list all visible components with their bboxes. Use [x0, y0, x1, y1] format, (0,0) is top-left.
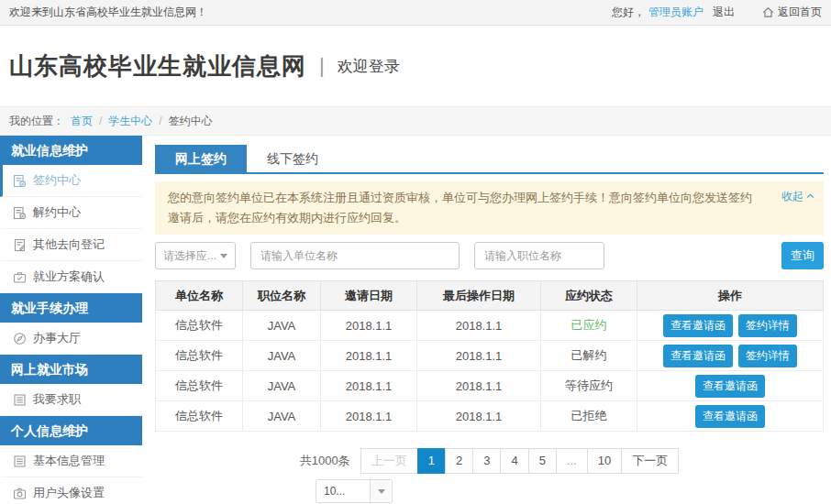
position-name-input[interactable]: [474, 242, 604, 269]
reply-status-select-value: 请选择应...: [163, 248, 216, 264]
cell-status: 已应约: [541, 311, 637, 341]
cell-last-date: 2018.1.1: [417, 371, 541, 401]
breadcrumb-item-0[interactable]: 首页: [71, 114, 93, 129]
view-invitation-button[interactable]: 查看邀请函: [663, 345, 733, 367]
doc-pen-icon: [13, 238, 27, 252]
topbar: 欢迎来到山东省高校毕业生就业信息网！ 您好， 管理员账户 退出 返回首页: [0, 0, 831, 26]
filter-bar: 请选择应... 查询: [155, 242, 824, 269]
contract-seal-icon: [13, 206, 27, 220]
page-button-2[interactable]: 2: [445, 448, 473, 474]
main-content: 网上签约线下签约 收起 您的意向签约单位已在本系统注册且通过资质审核，单位可与您…: [155, 136, 824, 503]
breadcrumb-label: 我的位置：: [9, 114, 64, 129]
cell-invite-date: 2018.1.1: [321, 371, 417, 401]
cell-company: 信总软件: [156, 371, 243, 401]
sidebar-item-label: 基本信息管理: [33, 453, 105, 469]
page-ellipsis: ...: [556, 448, 588, 474]
sidebar-item-label: 签约中心: [33, 172, 81, 189]
company-name-input[interactable]: [250, 242, 460, 269]
table-row: 信总软件JAVA2018.1.12018.1.1已解约查看邀请函签约详情: [156, 341, 824, 371]
cell-last-date: 2018.1.1: [417, 311, 541, 341]
total-count: 共1000条: [300, 453, 350, 469]
breadcrumb: 我的位置： 首页/学生中心/签约中心: [0, 106, 831, 136]
cell-company: 信总软件: [156, 341, 243, 371]
cell-invite-date: 2018.1.1: [321, 401, 417, 432]
sidebar-section-title-2: 网上就业市场: [0, 355, 142, 384]
account-link[interactable]: 管理员账户: [648, 5, 704, 20]
tab-offline-sign[interactable]: 线下签约: [247, 145, 338, 172]
page-button-10[interactable]: 10: [587, 448, 622, 474]
sidebar-item-cancel-center[interactable]: 解约中心: [0, 197, 142, 229]
cell-position: JAVA: [243, 341, 321, 371]
search-button[interactable]: 查询: [781, 242, 824, 269]
page-button-1[interactable]: 1: [417, 448, 446, 474]
tab-bar: 网上签约线下签约: [155, 145, 824, 174]
page-size-row: 10...: [155, 479, 824, 503]
breadcrumb-item-1[interactable]: 学生中心: [108, 114, 152, 129]
logout-link[interactable]: 退出: [713, 5, 735, 20]
home-icon: [762, 6, 774, 18]
home-link-label: 返回首页: [778, 5, 822, 20]
view-invitation-button[interactable]: 查看邀请函: [695, 375, 765, 398]
column-header-2: 邀请日期: [321, 281, 417, 311]
welcome-text: 欢迎来到山东省高校毕业生就业信息网！: [9, 5, 207, 20]
cell-invite-date: 2018.1.1: [321, 311, 417, 341]
sidebar-item-avatar-setting[interactable]: 用户头像设置: [0, 477, 142, 504]
page-button-4[interactable]: 4: [500, 448, 528, 474]
cell-actions: 查看邀请函: [637, 371, 824, 401]
sidebar-item-label: 我要求职: [33, 391, 81, 408]
column-header-5: 操作: [637, 281, 824, 311]
sidebar-item-label: 办事大厅: [33, 330, 81, 346]
sign-detail-button[interactable]: 签约详情: [738, 314, 797, 337]
sidebar-item-label: 解约中心: [33, 204, 81, 221]
sidebar-item-sign-center[interactable]: 签约中心: [0, 165, 142, 197]
sidebar-item-service-hall[interactable]: 办事大厅: [0, 323, 142, 355]
column-header-0: 单位名称: [156, 281, 243, 311]
page-button-3[interactable]: 3: [472, 448, 501, 474]
cell-status: 已解约: [541, 341, 637, 371]
sidebar-item-other-destination[interactable]: 其他去向登记: [0, 229, 142, 261]
cell-actions: 查看邀请函: [637, 401, 824, 432]
list-icon: [13, 393, 27, 407]
cell-position: JAVA: [243, 401, 321, 432]
column-header-1: 职位名称: [243, 281, 321, 311]
table-body: 信总软件JAVA2018.1.12018.1.1已应约查看邀请函签约详情信总软件…: [156, 311, 824, 432]
table-row: 信总软件JAVA2018.1.12018.1.1等待应约查看邀请函: [156, 371, 824, 401]
home-link[interactable]: 返回首页: [762, 5, 822, 20]
page-button-5[interactable]: 5: [528, 448, 557, 474]
cell-last-date: 2018.1.1: [417, 341, 541, 371]
breadcrumb-separator: /: [99, 115, 102, 127]
collapse-label: 收起: [781, 186, 803, 206]
site-title: 山东高校毕业生就业信息网: [9, 50, 306, 82]
cell-last-date: 2018.1.1: [417, 401, 541, 432]
briefcase-check-icon: [13, 270, 27, 284]
cell-company: 信总软件: [156, 401, 243, 432]
view-invitation-button[interactable]: 查看邀请函: [663, 314, 733, 337]
contract-seal-icon: [13, 174, 27, 188]
page-size-select[interactable]: 10...: [316, 479, 393, 503]
column-header-4: 应约状态: [541, 281, 637, 311]
collapse-link[interactable]: 收起: [781, 186, 814, 206]
sidebar-item-job-seek[interactable]: 我要求职: [0, 384, 142, 416]
sidebar-section-title-0: 就业信息维护: [0, 136, 142, 165]
notice-text: 您的意向签约单位已在本系统注册且通过资质审核，单位可与您办理网上签约手续！意向签…: [168, 191, 752, 225]
sidebar-item-label: 就业方案确认: [33, 268, 105, 285]
page-size-caret-button[interactable]: [370, 480, 392, 502]
page-prev-button[interactable]: 上一页: [360, 448, 418, 474]
sidebar-item-label: 用户头像设置: [33, 485, 105, 501]
sign-detail-button[interactable]: 签约详情: [738, 345, 797, 367]
sidebar-item-basic-info[interactable]: 基本信息管理: [0, 445, 142, 477]
cell-status: 已拒绝: [541, 401, 637, 432]
page-next-button[interactable]: 下一页: [621, 448, 679, 474]
invitation-table: 单位名称职位名称邀请日期最后操作日期应约状态操作 信总软件JAVA2018.1.…: [155, 280, 824, 432]
sidebar-item-employment-plan-confirm[interactable]: 就业方案确认: [0, 261, 142, 293]
view-invitation-button[interactable]: 查看邀请函: [695, 405, 765, 428]
tab-online-sign[interactable]: 网上签约: [155, 145, 247, 172]
table-row: 信总软件JAVA2018.1.12018.1.1已应约查看邀请函签约详情: [156, 311, 824, 341]
column-header-3: 最后操作日期: [417, 281, 541, 311]
greeting-text: 您好，: [612, 5, 645, 20]
chevron-up-icon: [806, 193, 814, 199]
table-header-row: 单位名称职位名称邀请日期最后操作日期应约状态操作: [156, 281, 824, 311]
welcome-login-text: 欢迎登录: [338, 56, 400, 77]
reply-status-select[interactable]: 请选择应...: [155, 242, 236, 269]
page-size-value: 10...: [316, 480, 370, 502]
